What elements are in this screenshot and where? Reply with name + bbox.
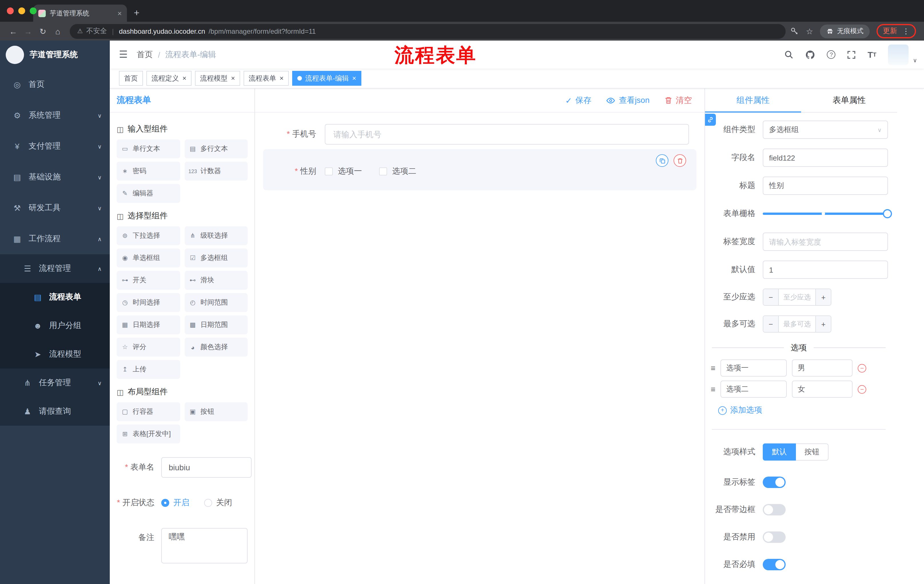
slider-handle[interactable] [883,209,892,218]
component-row-container[interactable]: ▢行容器 [117,402,180,421]
sidebar-item-infrastructure[interactable]: ▤ 基础设施 ∨ [0,162,110,192]
github-icon[interactable] [805,49,816,60]
tag-home[interactable]: 首页 [119,71,143,86]
component-counter[interactable]: 123计数器 [185,162,248,181]
help-icon[interactable]: ? [827,50,836,59]
option-2-value-input[interactable] [792,380,853,398]
decrement-button[interactable]: − [763,289,779,305]
bookmark-star-icon[interactable]: ☆ [806,26,813,36]
style-default-button[interactable]: 默认 [763,443,796,461]
option-1-value-input[interactable] [792,359,853,377]
remove-option-icon[interactable]: − [858,364,866,372]
gender-option-2[interactable]: 选项二 [379,166,416,176]
fullscreen-icon[interactable] [847,50,856,59]
close-icon[interactable]: × [231,75,235,82]
component-checkbox-group[interactable]: ☑多选框组 [185,248,248,267]
component-cascader[interactable]: ⋔级联选择 [185,226,248,245]
label-width-input[interactable] [763,233,888,251]
minimize-window-button[interactable] [18,7,25,14]
form-remark-textarea[interactable]: 嘿嘿 [161,528,248,563]
sidebar-item-payment[interactable]: ¥ 支付管理 ∨ [0,131,110,162]
style-button-button[interactable]: 按钮 [796,443,828,461]
component-password[interactable]: ∗密码 [117,162,180,181]
component-table[interactable]: ⊞表格[开发中] [117,424,180,443]
component-slider[interactable]: ⊷滑块 [185,271,248,290]
font-size-icon[interactable]: TT [868,50,876,59]
disabled-toggle[interactable] [763,531,785,543]
sidebar-item-workflow[interactable]: ▦ 工作流程 ∧ [0,224,110,254]
phone-input[interactable] [325,124,689,145]
zoom-window-button[interactable] [30,7,36,14]
browser-tab[interactable]: 芋道管理系统 × [33,5,127,22]
home-icon[interactable]: ⌂ [50,26,65,36]
border-toggle[interactable] [763,504,785,515]
drag-handle-icon[interactable]: ≡ [711,385,715,394]
component-color-picker[interactable]: ◕颜色选择 [185,338,248,357]
checkbox-box[interactable] [379,168,387,175]
slider-track[interactable] [763,212,888,215]
field-phone[interactable]: 手机号 [263,124,696,145]
view-json-button[interactable]: 查看json [606,95,650,105]
show-label-toggle[interactable] [763,477,785,488]
browser-menu-icon[interactable]: ⋮ [902,27,910,35]
close-icon[interactable]: × [182,75,186,82]
sidebar-item-leave-query[interactable]: ♟ 请假查询 [0,397,110,426]
remove-option-icon[interactable]: − [858,385,866,393]
component-upload[interactable]: ↥上传 [117,360,180,379]
search-icon[interactable] [784,50,794,59]
checkbox-box[interactable] [325,168,333,175]
sidebar-item-process-management[interactable]: ☰ 流程管理 ∧ [0,254,110,283]
component-time-range[interactable]: ◴时间范围 [185,293,248,312]
new-tab-button[interactable]: + [134,8,140,18]
status-radio-off[interactable]: 关闭 [204,493,232,513]
required-toggle[interactable] [763,559,785,570]
address-bar[interactable]: ⚠ 不安全 | dashboard.yudao.iocoder.cn /bpm/… [70,24,786,39]
sidebar-item-system[interactable]: ⚙ 系统管理 ∨ [0,100,110,131]
sidebar-item-devtools[interactable]: ⚒ 研发工具 ∨ [0,192,110,224]
drag-handle-icon[interactable]: ≡ [711,364,715,373]
avatar-caret-icon[interactable]: ∨ [913,57,917,63]
component-date-range[interactable]: ▩日期范围 [185,316,248,334]
tag-process-form[interactable]: 流程表单 × [244,71,289,86]
add-option-button[interactable]: + 添加选项 [718,405,894,415]
forward-icon[interactable]: → [21,26,35,36]
component-editor[interactable]: ✎编辑器 [117,184,180,203]
grid-slider[interactable] [763,204,888,223]
sidebar-item-home[interactable]: ◎ 首页 [0,69,110,100]
component-multi-line-text[interactable]: ▤多行文本 [185,140,248,158]
clear-button[interactable]: 清空 [664,95,692,105]
tab-component-props[interactable]: 组件属性 [705,89,801,112]
link-button[interactable] [705,114,716,126]
copy-item-button[interactable] [656,154,668,167]
field-name-input[interactable] [763,148,888,167]
close-icon[interactable]: × [280,75,284,82]
component-date-picker[interactable]: ▦日期选择 [117,316,180,334]
component-switch[interactable]: ⊶开关 [117,271,180,290]
tag-process-form-edit[interactable]: 流程表单-编辑 × [292,71,361,86]
title-input[interactable] [763,176,888,195]
sidebar-item-process-form[interactable]: ▤ 流程表单 [0,283,110,311]
key-icon[interactable] [790,27,799,35]
tag-process-definition[interactable]: 流程定义 × [146,71,191,86]
increment-button[interactable]: + [815,289,831,305]
gender-option-1[interactable]: 选项一 [325,166,362,176]
field-gender-selected[interactable]: 性别 选项一 选项二 [263,149,696,190]
component-radio-group[interactable]: ◉单选框组 [117,248,180,267]
avatar[interactable] [888,44,908,65]
close-icon[interactable]: × [352,75,356,82]
close-window-button[interactable] [7,7,14,14]
component-dropdown[interactable]: ⊚下拉选择 [117,226,180,245]
form-name-input[interactable] [161,457,252,478]
tab-form-props[interactable]: 表单属性 [801,89,897,112]
decrement-button[interactable]: − [763,316,779,332]
breadcrumb-home[interactable]: 首页 [137,49,153,60]
default-value-input[interactable] [763,261,888,279]
hamburger-icon[interactable]: ☰ [119,49,128,61]
back-icon[interactable]: ← [6,26,21,36]
tag-process-model[interactable]: 流程模型 × [195,71,240,86]
component-button[interactable]: ▣按钮 [185,402,248,421]
increment-button[interactable]: + [815,316,831,332]
update-button[interactable]: 更新 [883,26,897,36]
component-type-select[interactable]: 多选框组 ∨ [763,120,888,139]
sidebar-item-user-groups[interactable]: ☻ 用户分组 [0,311,110,340]
